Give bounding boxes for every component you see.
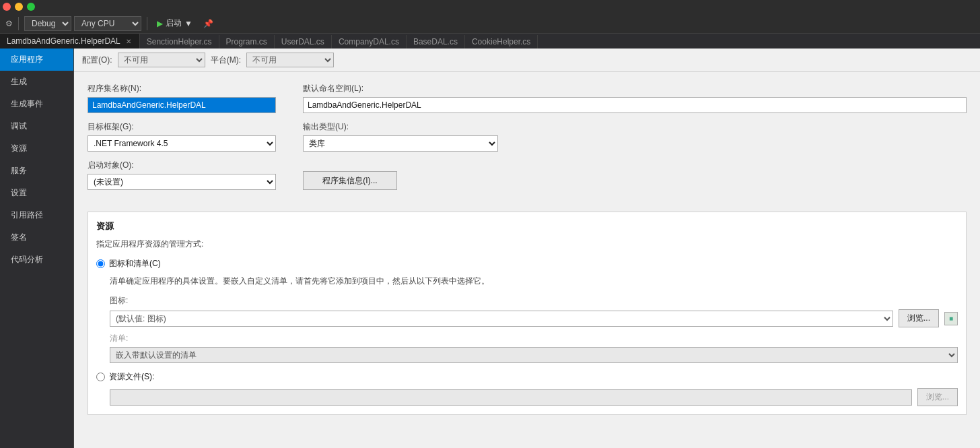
output-type-group: 输出类型(U): 类库 — [303, 121, 967, 152]
main-layout: 应用程序 生成 生成事件 调试 资源 服务 设置 引用路径 签名 代码分析 — [0, 49, 980, 448]
tab-bar: LamdbaAndGeneric.HelperDAL ✕ SenctionHel… — [0, 34, 980, 49]
sidebar-item-app[interactable]: 应用程序 — [0, 49, 73, 71]
resources-title: 资源 — [96, 220, 958, 232]
pin-icon: 📌 — [203, 19, 213, 28]
resource-file-row: 浏览... — [110, 388, 958, 406]
platform-dropdown[interactable]: 不可用 — [246, 53, 334, 67]
play-icon: ▶ — [157, 19, 163, 28]
form-area: 程序集名称(N): 默认命名空间(L): 目标框架(G): .NET Frame… — [74, 72, 980, 209]
icon-browse-button[interactable]: 浏览... — [899, 309, 939, 327]
sidebar-item-code-analysis[interactable]: 代码分析 — [0, 249, 73, 271]
tab-close-lamdba[interactable]: ✕ — [125, 38, 133, 45]
config-bar: 配置(O): 不可用 平台(M): 不可用 — [74, 49, 980, 72]
content-area: 配置(O): 不可用 平台(M): 不可用 程序集名称(N): 默认命名空间(L… — [74, 49, 980, 448]
tab-program[interactable]: Program.cs — [219, 35, 275, 49]
target-framework-label: 目标框架(G): — [88, 121, 276, 133]
icon-preview: ■ — [944, 312, 958, 325]
menu-row: 嵌入带默认设置的清单 — [110, 347, 958, 363]
dropdown-arrow-icon: ▼ — [184, 19, 193, 28]
icon-select[interactable]: (默认值: 图标) — [110, 311, 893, 327]
tab-cookie[interactable]: CookieHelper.cs — [465, 35, 538, 49]
resources-desc: 指定应用程序资源的管理方式: — [96, 238, 958, 250]
resource-file-label[interactable]: 资源文件(S): — [109, 371, 154, 383]
icon-menu-option: 图标和清单(C) — [96, 258, 958, 269]
tab-lamdba[interactable]: LamdbaAndGeneric.HelperDAL ✕ — [0, 34, 140, 49]
maximize-button[interactable] — [27, 3, 35, 11]
startup-object-label: 启动对象(O): — [88, 160, 276, 171]
tab-label-lamdba: LamdbaAndGeneric.HelperDAL — [7, 36, 120, 46]
sidebar: 应用程序 生成 生成事件 调试 资源 服务 设置 引用路径 签名 代码分析 — [0, 49, 74, 448]
sidebar-item-ref-paths[interactable]: 引用路径 — [0, 204, 73, 226]
icon-menu-radio[interactable] — [96, 259, 105, 268]
config-label: 配置(O): — [82, 55, 112, 66]
target-framework-select[interactable]: .NET Framework 4.5 — [88, 135, 276, 152]
debug-dropdown[interactable]: Debug — [24, 16, 71, 31]
default-namespace-input[interactable] — [303, 97, 967, 113]
menu-select[interactable]: 嵌入带默认设置的清单 — [110, 347, 958, 363]
sidebar-item-settings[interactable]: 设置 — [0, 182, 73, 204]
tab-label-base: BaseDAL.cs — [413, 37, 458, 46]
tab-company[interactable]: CompanyDAL.cs — [332, 35, 407, 49]
tab-senction[interactable]: SenctionHelper.cs — [140, 35, 219, 49]
platform-label: 平台(M): — [211, 55, 241, 66]
window-controls[interactable] — [3, 3, 35, 11]
startup-object-select[interactable]: (未设置) — [88, 174, 276, 190]
icon-row: (默认值: 图标) 浏览... ■ — [110, 309, 958, 327]
menu-sublabel: 清单: — [110, 333, 958, 344]
sidebar-item-build[interactable]: 生成 — [0, 71, 73, 93]
toolbar-separator-2 — [147, 17, 147, 30]
default-namespace-label: 默认命名空间(L): — [303, 83, 967, 94]
title-bar — [0, 0, 980, 13]
resource-file-option: 资源文件(S): — [96, 371, 958, 383]
sidebar-item-resources[interactable]: 资源 — [0, 137, 73, 160]
tab-label-user: UserDAL.cs — [281, 37, 324, 46]
assembly-name-group: 程序集名称(N): — [88, 83, 276, 113]
resource-file-input[interactable] — [110, 389, 912, 406]
tab-label-senction: SenctionHelper.cs — [147, 37, 212, 46]
resource-file-browse-button[interactable]: 浏览... — [917, 388, 958, 406]
resources-section: 资源 指定应用程序资源的管理方式: 图标和清单(C) 清单确定应用程序的具体设置… — [88, 212, 967, 415]
default-namespace-group: 默认命名空间(L): — [303, 83, 967, 113]
config-dropdown[interactable]: 不可用 — [118, 53, 205, 67]
sidebar-item-debug[interactable]: 调试 — [0, 115, 73, 137]
pin-button[interactable]: 📌 — [199, 18, 217, 30]
icon-menu-details: 清单确定应用程序的具体设置。要嵌入自定义清单，请首先将它添加到项目中，然后从以下… — [110, 275, 958, 363]
close-button[interactable] — [3, 3, 11, 11]
cpu-dropdown[interactable]: Any CPU — [74, 16, 141, 31]
tab-base[interactable]: BaseDAL.cs — [407, 35, 465, 49]
sidebar-item-signing[interactable]: 签名 — [0, 226, 73, 249]
assembly-name-label: 程序集名称(N): — [88, 83, 276, 94]
icon-preview-image: ■ — [949, 315, 953, 322]
assembly-info-button[interactable]: 程序集信息(I)... — [303, 171, 397, 190]
toolbar-separator-1 — [18, 17, 19, 30]
tab-label-cookie: CookieHelper.cs — [472, 37, 530, 46]
icon-menu-desc: 清单确定应用程序的具体设置。要嵌入自定义清单，请首先将它添加到项目中，然后从以下… — [110, 275, 958, 287]
minimize-button[interactable] — [15, 3, 23, 11]
icon-menu-label[interactable]: 图标和清单(C) — [109, 258, 161, 269]
tab-label-program: Program.cs — [226, 37, 267, 46]
icon-sublabel: 图标: — [110, 295, 958, 307]
startup-object-group: 启动对象(O): (未设置) — [88, 160, 276, 190]
assembly-name-input[interactable] — [88, 97, 276, 113]
output-type-label: 输出类型(U): — [303, 121, 967, 133]
assembly-info-group: 程序集信息(I)... — [303, 171, 397, 190]
sidebar-item-services[interactable]: 服务 — [0, 160, 73, 182]
resource-file-radio[interactable] — [96, 373, 105, 381]
tab-user[interactable]: UserDAL.cs — [275, 35, 332, 49]
target-framework-group: 目标框架(G): .NET Framework 4.5 — [88, 121, 276, 152]
start-button[interactable]: ▶ 启动 ▼ — [153, 16, 197, 30]
sidebar-item-build-events[interactable]: 生成事件 — [0, 93, 73, 115]
tab-label-company: CompanyDAL.cs — [339, 37, 399, 46]
form-row-3: 启动对象(O): (未设置) 程序集信息(I)... — [88, 160, 967, 190]
form-row-2: 目标框架(G): .NET Framework 4.5 输出类型(U): 类库 — [88, 121, 967, 152]
toolbar: ⚙ Debug Any CPU ▶ 启动 ▼ 📌 — [0, 13, 980, 34]
toolbar-icon-1: ⚙ — [5, 19, 13, 28]
output-type-select[interactable]: 类库 — [303, 135, 498, 152]
form-row-1: 程序集名称(N): 默认命名空间(L): — [88, 83, 967, 113]
